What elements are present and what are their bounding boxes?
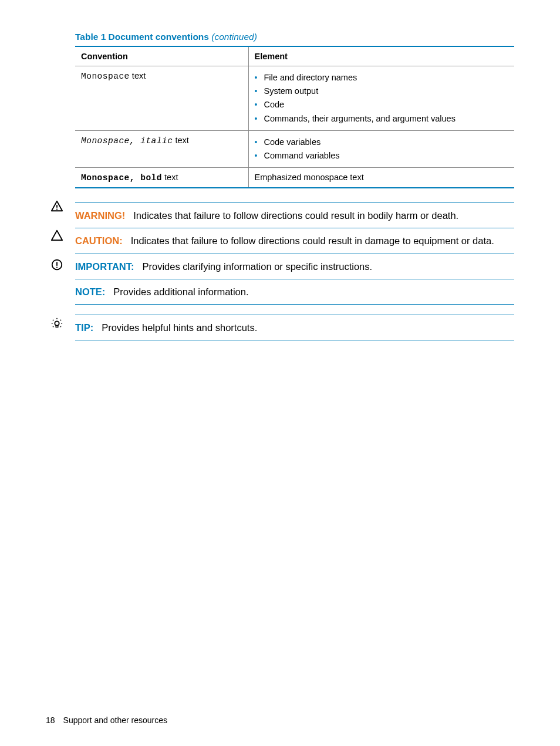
svg-rect-6 xyxy=(56,326,58,328)
svg-rect-4 xyxy=(56,267,58,268)
element-text: Emphasized monospace text xyxy=(248,168,514,188)
conv-post: text xyxy=(173,136,188,145)
warning-icon xyxy=(48,200,66,215)
important-admon: IMPORTANT:Provides clarifying informatio… xyxy=(75,254,514,279)
list-item: Code xyxy=(255,98,509,112)
svg-point-5 xyxy=(55,321,59,325)
conv-mono-italic: Monospace, italic xyxy=(81,136,173,146)
important-text: Provides clarifying information or speci… xyxy=(143,261,373,272)
conv-post: text xyxy=(130,71,146,80)
header-element: Element xyxy=(248,46,514,66)
note-text: Provides additional information. xyxy=(113,286,248,297)
svg-rect-1 xyxy=(56,209,58,210)
table-row: Monospace, bold text Emphasized monospac… xyxy=(75,168,514,188)
svg-point-7 xyxy=(56,318,58,319)
list-item: Code variables xyxy=(255,136,509,149)
caution-admon: CAUTION:Indicates that failure to follow… xyxy=(75,228,514,254)
table-row: Monospace text File and directory names … xyxy=(75,66,514,131)
caution-icon xyxy=(48,229,66,244)
element-list: Code variables Command variables xyxy=(255,136,509,163)
caution-text: Indicates that failure to follow directi… xyxy=(131,235,494,246)
conv-mono: Monospace xyxy=(81,72,130,81)
svg-rect-0 xyxy=(56,205,58,208)
tip-admon: TIP:Provides helpful hints and shortcuts… xyxy=(75,315,514,340)
table-title-continued: (continued) xyxy=(211,32,257,42)
conventions-table: Convention Element Monospace text File a… xyxy=(75,46,514,188)
conv-post: text xyxy=(162,173,178,182)
svg-point-10 xyxy=(52,323,53,324)
svg-rect-3 xyxy=(56,262,58,265)
warning-admon: WARNING!Indicates that failure to follow… xyxy=(75,202,514,228)
tip-icon xyxy=(48,317,66,332)
conv-mono-bold: Monospace, bold xyxy=(81,173,162,183)
page: Table 1 Document conventions (continued)… xyxy=(0,0,560,746)
element-list: File and directory names System output C… xyxy=(255,71,509,126)
table-row: Monospace, italic text Code variables Co… xyxy=(75,130,514,167)
tip-label: TIP: xyxy=(75,322,93,333)
list-item: File and directory names xyxy=(255,71,509,85)
svg-point-13 xyxy=(60,326,62,328)
svg-point-8 xyxy=(53,320,54,321)
svg-point-11 xyxy=(61,323,62,324)
admonitions: WARNING!Indicates that failure to follow… xyxy=(75,202,514,340)
note-label: NOTE: xyxy=(75,286,105,297)
footer-section: Support and other resources xyxy=(63,715,167,725)
list-item: Command variables xyxy=(255,149,509,163)
caution-label: CAUTION: xyxy=(75,235,123,246)
list-item: Commands, their arguments, and argument … xyxy=(255,112,509,126)
warning-text: Indicates that failure to follow directi… xyxy=(133,210,458,221)
svg-point-9 xyxy=(60,320,62,321)
svg-point-12 xyxy=(53,326,54,328)
important-icon xyxy=(48,258,66,274)
footer: 18Support and other resources xyxy=(46,715,167,725)
page-number: 18 xyxy=(46,715,55,725)
table-title: Table 1 Document conventions (continued) xyxy=(75,32,514,42)
warning-label: WARNING! xyxy=(75,210,125,221)
table-title-strong: Table 1 Document conventions xyxy=(75,32,209,42)
tip-text: Provides helpful hints and shortcuts. xyxy=(102,322,257,333)
list-item: System output xyxy=(255,85,509,98)
note-admon: NOTE:Provides additional information. xyxy=(75,279,514,305)
header-convention: Convention xyxy=(75,46,248,66)
important-label: IMPORTANT: xyxy=(75,261,134,272)
